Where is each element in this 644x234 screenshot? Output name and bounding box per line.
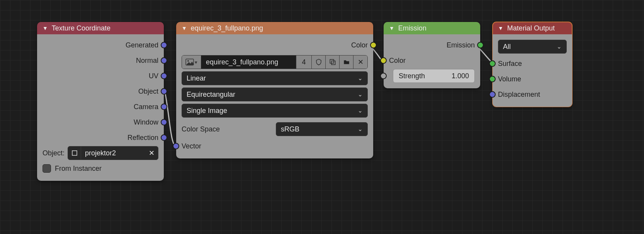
from-instancer-row[interactable]: From Instancer [37, 161, 164, 176]
fake-user-button[interactable] [312, 56, 326, 69]
object-value: projektor2 [81, 149, 145, 157]
from-instancer-label: From Instancer [55, 165, 102, 173]
object-clear-button[interactable]: ✕ [145, 149, 158, 157]
strength-number-field[interactable]: Strength 1.000 [393, 69, 475, 83]
node-header[interactable]: ▼ Texture Coordinate [37, 22, 164, 34]
node-title: Material Output [507, 24, 555, 32]
image-datablock-strip[interactable]: ▾ equirec_3_fullpano.png 4 ✕ [182, 55, 368, 69]
open-image-button[interactable] [340, 56, 353, 69]
socket-in-vector[interactable] [489, 91, 496, 98]
chevron-down-icon: ⌄ [557, 43, 562, 50]
svg-rect-4 [331, 61, 335, 65]
node-environment-texture[interactable]: ▼ equirec_3_fullpano.png Color ▾ equirec… [176, 22, 373, 158]
collapse-icon[interactable]: ▼ [498, 25, 503, 31]
object-label: Object: [42, 149, 65, 157]
image-browse-button[interactable]: ▾ [182, 56, 201, 69]
input-strength[interactable]: Strength 1.000 [384, 68, 480, 84]
socket-out-vector[interactable] [161, 73, 167, 79]
socket-out-vector[interactable] [161, 57, 167, 64]
output-color[interactable]: Color [176, 37, 373, 53]
color-space-row: Color Space sRGB⌄ [176, 120, 373, 138]
interpolation-select[interactable]: Linear⌄ [182, 71, 368, 85]
object-picker[interactable]: projektor2 ✕ [68, 146, 158, 160]
input-displacement[interactable]: Displacement [493, 87, 572, 102]
socket-in-color[interactable] [380, 57, 387, 64]
node-title: Texture Coordinate [52, 24, 110, 32]
output-generated[interactable]: Generated [37, 37, 164, 53]
image-name-field[interactable]: equirec_3_fullpano.png [201, 56, 296, 69]
node-header[interactable]: ▼ Material Output [493, 22, 572, 34]
output-emission[interactable]: Emission [384, 37, 480, 53]
node-header[interactable]: ▼ Emission [384, 22, 480, 34]
color-space-label: Color Space [182, 125, 220, 133]
svg-rect-3 [330, 59, 334, 63]
node-texture-coordinate[interactable]: ▼ Texture Coordinate Generated Normal UV… [37, 22, 164, 181]
object-picker-row: Object: projektor2 ✕ [37, 145, 164, 161]
socket-out-vector[interactable] [161, 135, 167, 141]
output-object[interactable]: Object [37, 84, 164, 99]
chevron-down-icon: ⌄ [358, 126, 363, 133]
unlink-image-button[interactable]: ✕ [353, 56, 367, 69]
input-color[interactable]: Color [384, 53, 480, 68]
collapse-icon[interactable]: ▼ [389, 25, 394, 31]
socket-out-color[interactable] [370, 42, 377, 49]
output-window[interactable]: Window [37, 114, 164, 130]
socket-out-vector[interactable] [161, 42, 167, 49]
color-space-select[interactable]: sRGB⌄ [276, 122, 368, 136]
node-title: equirec_3_fullpano.png [191, 24, 263, 32]
socket-in-vector[interactable] [173, 143, 179, 150]
socket-in-shader[interactable] [489, 76, 496, 82]
socket-out-vector[interactable] [161, 119, 167, 126]
svg-rect-0 [72, 151, 77, 155]
socket-out-vector[interactable] [161, 104, 167, 110]
svg-point-2 [187, 60, 189, 62]
chevron-down-icon: ⌄ [358, 107, 363, 114]
collapse-icon[interactable]: ▼ [182, 25, 187, 31]
socket-out-shader[interactable] [477, 42, 484, 49]
image-source-select[interactable]: Single Image⌄ [182, 104, 368, 118]
from-instancer-checkbox[interactable] [42, 164, 51, 173]
input-vector[interactable]: Vector [176, 138, 373, 154]
projection-select[interactable]: Equirectangular⌄ [182, 88, 368, 101]
node-material-output[interactable]: ▼ Material Output All⌄ Surface Volume Di… [493, 22, 572, 107]
input-volume[interactable]: Volume [493, 71, 572, 87]
socket-in-shader[interactable] [489, 61, 496, 67]
socket-out-vector[interactable] [161, 88, 167, 95]
target-select[interactable]: All⌄ [498, 40, 567, 54]
input-surface[interactable]: Surface [493, 56, 572, 71]
output-normal[interactable]: Normal [37, 53, 164, 68]
collapse-icon[interactable]: ▼ [42, 25, 48, 31]
new-image-button[interactable] [326, 56, 340, 69]
node-title: Emission [398, 24, 427, 32]
output-reflection[interactable]: Reflection [37, 130, 164, 145]
chevron-down-icon: ⌄ [358, 75, 363, 82]
output-camera[interactable]: Camera [37, 99, 164, 114]
object-icon [68, 146, 81, 160]
chevron-down-icon: ⌄ [358, 91, 363, 98]
socket-in-float[interactable] [380, 73, 387, 79]
node-emission[interactable]: ▼ Emission Emission Color Strength 1.000 [384, 22, 480, 88]
output-uv[interactable]: UV [37, 68, 164, 84]
image-users-count[interactable]: 4 [296, 56, 312, 69]
node-header[interactable]: ▼ equirec_3_fullpano.png [176, 22, 373, 34]
